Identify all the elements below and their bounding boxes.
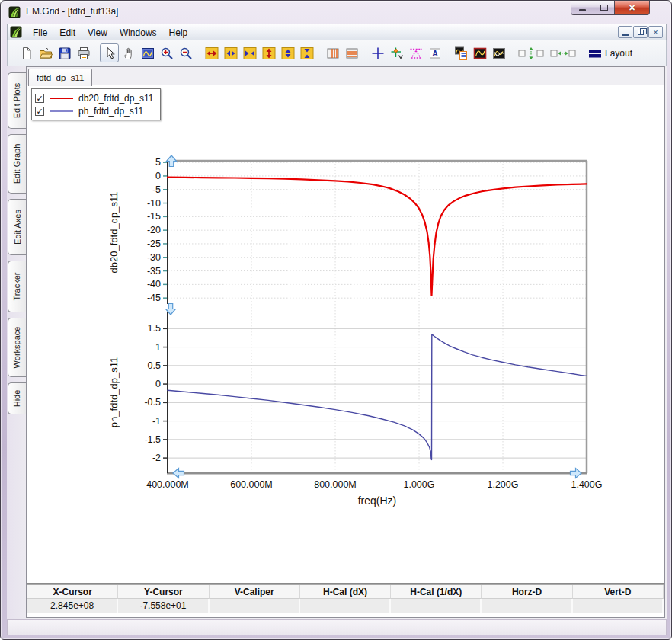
child-close-button[interactable]: × (648, 26, 663, 38)
text-annotation-button[interactable]: A (425, 43, 444, 62)
minimize-icon (579, 9, 586, 11)
tab-fdtd-dp-s11[interactable]: fdtd_dp_s11 (28, 69, 92, 86)
sync-vertical-button[interactable] (515, 43, 547, 62)
sidebar-tab-label: Edit Graph (13, 144, 22, 184)
y-tick-label: -10 (147, 198, 161, 209)
open-file-icon (39, 46, 53, 60)
layout-icon (588, 46, 602, 60)
zoom-region-button[interactable] (138, 43, 157, 62)
fit-y-icon (262, 46, 276, 60)
x-axis-title: freq(Hz) (358, 494, 397, 507)
x-tick-label: 1.200G (487, 479, 518, 490)
pan-hand-button[interactable] (119, 43, 138, 62)
plot-single-button[interactable] (470, 43, 489, 62)
zoom-out-button[interactable] (176, 43, 195, 62)
legend-label: db20_fdtd_dp_s11 (78, 93, 154, 104)
vertical-markers-button[interactable] (323, 43, 342, 62)
sidebar-tab-label: Edit Plots (13, 83, 22, 118)
document-tabbar: fdtd_dp_s11 (27, 67, 664, 85)
pointer-select-button[interactable] (100, 43, 119, 62)
shrink-y-icon (300, 46, 314, 60)
maximize-button[interactable] (594, 1, 615, 15)
status-strip (7, 619, 667, 635)
fit-y-button[interactable] (259, 43, 278, 62)
sidebar-tab-hide[interactable]: Hide (8, 382, 26, 414)
y-tick-label: -20 (147, 225, 161, 235)
shrink-y-button[interactable] (297, 43, 316, 62)
svg-text:A: A (432, 49, 438, 58)
y-tick-label: -2 (152, 453, 161, 463)
zoom-in-icon (160, 46, 174, 60)
close-button[interactable]: × (615, 1, 650, 15)
titlebar[interactable]: EM.Grid - [fdtd_tut13a] × (1, 1, 671, 24)
sidebar-tab-edit-axes[interactable]: Edit Axes (8, 199, 26, 255)
expand-x-button[interactable] (221, 43, 240, 62)
layout-button[interactable]: Layout (586, 43, 635, 62)
sidebar-tab-edit-plots[interactable]: Edit Plots (8, 72, 26, 129)
cursor-table-value: -7.558e+01 (118, 599, 209, 613)
menu-help[interactable]: Help (163, 26, 194, 40)
sidebar: Edit PlotsEdit GraphEdit AxesTrackerWork… (7, 66, 27, 619)
cursor-table-header: Horz-D (482, 585, 572, 599)
pointer-select-icon (103, 46, 117, 60)
new-file-icon (20, 46, 34, 60)
y-tick-label: -0.5 (144, 397, 161, 408)
zoom-region-icon (141, 46, 155, 60)
menu-edit[interactable]: Edit (53, 26, 82, 40)
cursor-table: X-CursorY-CursorV-CaliperH-Cal (dX)H-Cal… (27, 584, 664, 613)
sidebar-tab-label: Hide (13, 390, 22, 408)
legend-item: ✓db20_fdtd_dp_s11 (35, 91, 154, 104)
tracker-button[interactable] (387, 43, 406, 62)
legend-line-sample (50, 98, 73, 99)
horizontal-markers-button[interactable] (342, 43, 361, 62)
sync-horizontal-icon (550, 46, 576, 60)
menu-file[interactable]: File (27, 26, 53, 40)
child-minimize-button[interactable] (618, 26, 632, 38)
plot-canvas[interactable]: ✓db20_fdtd_dp_s11✓ph_fdtd_dp_s11 400.000… (27, 85, 664, 584)
print-button[interactable] (74, 43, 93, 62)
y-tick-label: -45 (147, 293, 161, 303)
vertical-markers-icon (326, 46, 340, 60)
menu-windows[interactable]: Windows (114, 26, 163, 40)
document-icon (10, 26, 22, 38)
x-tick-label: 400.000M (146, 479, 189, 490)
expand-y-button[interactable] (278, 43, 297, 62)
plot-overlay-button[interactable] (489, 43, 508, 62)
minimize-button[interactable] (571, 1, 594, 15)
sidebar-tab-workspace[interactable]: Workspace (8, 318, 26, 377)
plot-report-button[interactable] (451, 43, 470, 62)
caliper-button[interactable] (406, 43, 425, 62)
expand-y-icon (281, 46, 295, 60)
menu-view[interactable]: View (82, 26, 114, 40)
y-axis-title: db20_fdtd_dp_s11 (108, 192, 120, 274)
x-axis-left-handle[interactable] (173, 469, 184, 478)
cursor-table-header: Vert-D (573, 585, 664, 599)
sidebar-tab-edit-graph[interactable]: Edit Graph (8, 134, 26, 194)
y-tick-label: -40 (147, 279, 161, 290)
new-file-button[interactable] (17, 43, 36, 62)
fit-x-button[interactable] (202, 43, 221, 62)
app-window: EM.Grid - [fdtd_tut13a] × FileEditViewWi… (0, 0, 672, 640)
cursor-table-value (300, 599, 391, 613)
sidebar-tab-tracker[interactable]: Tracker (8, 261, 26, 312)
save-icon (58, 46, 72, 60)
sync-horizontal-button[interactable] (547, 43, 579, 62)
open-file-button[interactable] (36, 43, 55, 62)
x-axis-right-handle[interactable] (571, 469, 582, 478)
zoom-in-button[interactable] (157, 43, 176, 62)
legend-checkbox[interactable]: ✓ (35, 94, 44, 103)
shrink-x-button[interactable] (240, 43, 259, 62)
crosshair-button[interactable] (368, 43, 387, 62)
sidebar-tab-label: Tracker (13, 273, 22, 301)
maximize-icon (600, 5, 608, 11)
print-icon (77, 46, 91, 60)
curve-ph_fdtd_dp_s11 (168, 334, 587, 460)
child-restore-button[interactable] (633, 26, 648, 38)
zoom-out-icon (179, 46, 193, 60)
legend-checkbox[interactable]: ✓ (35, 107, 44, 116)
legend-line-sample (50, 110, 73, 112)
x-tick-label: 1.000G (403, 479, 434, 490)
save-button[interactable] (55, 43, 74, 62)
main-area: Edit PlotsEdit GraphEdit AxesTrackerWork… (7, 66, 667, 619)
cursor-table-header: H-Cal (dX) (300, 585, 391, 599)
